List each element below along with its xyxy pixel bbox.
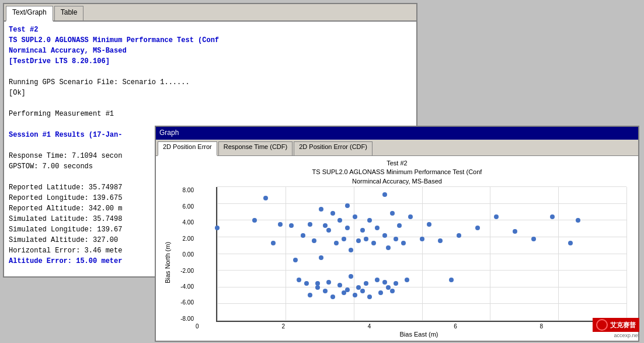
chart-title-line3: Normincal Accuracy, MS-Based xyxy=(312,177,482,186)
scatter-dot xyxy=(531,237,536,241)
scatter-dot xyxy=(319,255,323,260)
scatter-dot xyxy=(550,214,555,219)
scatter-dot xyxy=(397,223,402,228)
watermark-logo-text: 艾克赛普 xyxy=(610,321,636,330)
watermark-logo-icon xyxy=(596,319,608,331)
scatter-dot xyxy=(330,211,335,216)
scatter-dot xyxy=(345,226,350,230)
x-label-2: 2 xyxy=(281,323,285,330)
y-label-m600: -6.00 xyxy=(180,299,194,306)
scatter-dot xyxy=(390,211,395,216)
y-axis-label: Bias North (m) xyxy=(162,187,173,338)
scatter-dot xyxy=(353,293,357,297)
scatter-dot xyxy=(337,283,342,287)
scatter-dot xyxy=(382,233,387,238)
content-line9: Performing Measurement #1 xyxy=(9,109,412,119)
scatter-dot xyxy=(334,241,339,245)
scatter-dot xyxy=(405,278,409,282)
content-line3: Normincal Accuracy, MS-Based xyxy=(9,46,412,56)
tab-text-graph[interactable]: Text/Graph xyxy=(6,6,53,22)
scatter-dot xyxy=(475,226,480,230)
scatter-dot xyxy=(349,248,353,252)
scatter-dot xyxy=(457,233,461,238)
scatter-dot xyxy=(394,281,398,286)
chart-title-line1: Test #2 xyxy=(312,159,482,168)
scatter-dot xyxy=(375,278,380,282)
content-line2: TS SUPL2.0 AGLONASS Minimum Performance … xyxy=(9,35,412,46)
scatter-dot xyxy=(494,214,499,219)
scatter-dot xyxy=(215,226,220,230)
scatter-dot xyxy=(576,218,580,223)
graph-title-bar: Graph xyxy=(156,127,638,140)
content-line5 xyxy=(9,67,412,77)
tab-2d-position-error-cdf[interactable]: 2D Position Error (CDF) xyxy=(294,141,373,155)
chart-plot xyxy=(216,187,626,322)
scatter-dot xyxy=(408,214,413,219)
scatter-dot xyxy=(360,228,365,233)
scatter-dot xyxy=(345,203,350,208)
scatter-dot xyxy=(345,287,350,292)
chart-title: Test #2 TS SUPL2.0 AGLONASS Minimum Perf… xyxy=(312,159,482,186)
content-line8 xyxy=(9,98,412,109)
x-label-8: 8 xyxy=(540,323,544,330)
y-label-m400: -4.00 xyxy=(180,283,194,290)
chart-container: Bias North (m) 8.00 6.00 4.00 2.00 0.00 … xyxy=(162,187,632,338)
scatter-dot xyxy=(427,222,431,227)
scatter-dot xyxy=(420,237,424,241)
graph-tab-bar: 2D Position Error Response Time (CDF) 2D… xyxy=(156,140,638,156)
tab-response-time-cdf[interactable]: Response Time (CDF) xyxy=(218,141,293,155)
content-line6: Running GPS Scenario File: Scenario 1...… xyxy=(9,77,412,88)
scatter-dot xyxy=(367,218,372,223)
scatter-dot xyxy=(293,258,298,262)
scatter-dot xyxy=(252,218,257,223)
graph-area: Test #2 TS SUPL2.0 AGLONASS Minimum Perf… xyxy=(156,156,638,341)
scatter-dot xyxy=(367,295,372,299)
scatter-dot xyxy=(263,196,268,200)
content-line7: [Ok] xyxy=(9,88,412,98)
scatter-dot xyxy=(382,192,387,197)
scatter-dot xyxy=(308,293,312,297)
scatter-dot xyxy=(353,214,357,219)
y-label-200: 2.00 xyxy=(183,235,194,242)
content-line4: [TestDrive LTS 8.20.106] xyxy=(9,56,412,67)
y-label-800: 8.00 xyxy=(183,187,194,193)
scatter-dot xyxy=(289,223,294,228)
scatter-dot xyxy=(326,228,331,233)
x-label-0: 0 xyxy=(196,323,199,330)
scatter-dot xyxy=(342,237,346,241)
scatter-dot xyxy=(301,233,305,238)
scatter-dot xyxy=(326,280,331,285)
scatter-dot xyxy=(349,274,353,279)
scatter-dot xyxy=(308,222,312,227)
scatter-dot xyxy=(371,241,376,245)
watermark-subtitle: accexp.net xyxy=(614,332,639,338)
y-label-m200: -2.00 xyxy=(180,268,194,274)
scatter-dot xyxy=(278,222,283,227)
scatter-dot xyxy=(438,238,443,243)
tab-2d-position-error[interactable]: 2D Position Error xyxy=(158,141,217,156)
x-label-4: 4 xyxy=(368,323,371,330)
tab-table[interactable]: Table xyxy=(54,6,84,20)
scatter-dot xyxy=(330,295,335,299)
scatter-dot xyxy=(382,280,387,285)
scatter-dot xyxy=(304,281,309,286)
content-line1: Test #2 xyxy=(9,25,412,35)
scatter-dot xyxy=(364,237,368,241)
scatter-dot xyxy=(356,238,361,243)
x-axis-label: Bias East (m) xyxy=(206,331,632,338)
scatter-dot xyxy=(315,281,320,286)
scatter-dot xyxy=(364,281,368,286)
scatter-dot xyxy=(360,289,365,293)
scatter-dot xyxy=(312,238,316,243)
scatter-dot xyxy=(297,278,301,282)
scatter-dot xyxy=(378,290,383,295)
chart-title-line2: TS SUPL2.0 AGLONASS Minimum Performance … xyxy=(312,168,482,176)
scatter-dot xyxy=(386,245,391,250)
watermark: 艾克赛普 accexp.net xyxy=(593,318,639,338)
y-label-m800: -8.00 xyxy=(180,316,194,322)
scatter-dot xyxy=(394,237,398,241)
scatter-dot xyxy=(319,207,323,212)
scatter-dot xyxy=(323,289,328,293)
graph-panel: Graph 2D Position Error Response Time (C… xyxy=(155,126,639,342)
scatter-dot xyxy=(375,226,380,230)
